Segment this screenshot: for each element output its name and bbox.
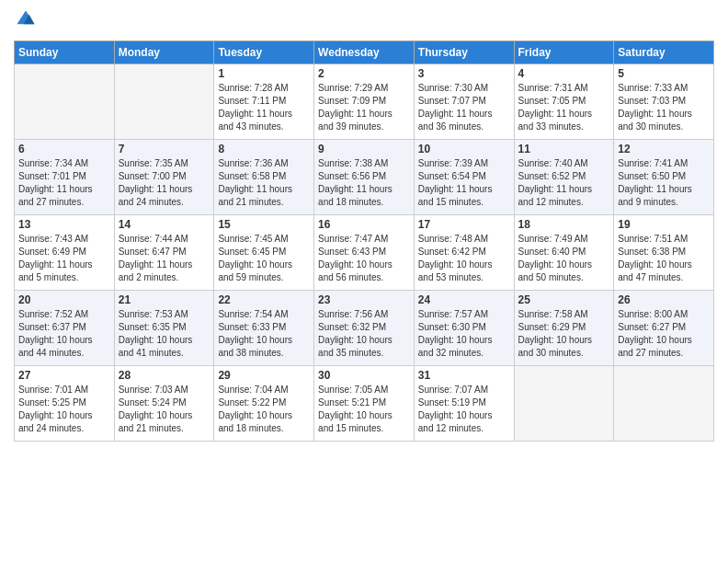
day-number: 11: [518, 143, 610, 155]
day-info: Sunrise: 7:38 AM Sunset: 6:56 PM Dayligh…: [318, 157, 410, 209]
day-number: 18: [518, 218, 610, 231]
day-number: 25: [518, 293, 610, 306]
calendar-cell: 20Sunrise: 7:52 AM Sunset: 6:37 PM Dayli…: [15, 291, 115, 366]
day-number: 1: [218, 67, 310, 80]
calendar-cell: 19Sunrise: 7:51 AM Sunset: 6:38 PM Dayli…: [614, 215, 714, 291]
calendar-cell: 16Sunrise: 7:47 AM Sunset: 6:43 PM Dayli…: [314, 215, 415, 291]
weekday-header-monday: Monday: [114, 41, 214, 64]
weekday-header-saturday: Saturday: [614, 41, 714, 64]
day-info: Sunrise: 7:43 AM Sunset: 6:49 PM Dayligh…: [18, 233, 110, 284]
day-number: 28: [119, 369, 210, 382]
calendar-cell: 9Sunrise: 7:38 AM Sunset: 6:56 PM Daylig…: [314, 140, 415, 215]
calendar-cell: 6Sunrise: 7:34 AM Sunset: 7:01 PM Daylig…: [15, 140, 115, 215]
calendar-cell: 28Sunrise: 7:03 AM Sunset: 5:24 PM Dayli…: [114, 366, 214, 442]
day-info: Sunrise: 7:57 AM Sunset: 6:30 PM Dayligh…: [418, 308, 510, 360]
day-info: Sunrise: 7:03 AM Sunset: 5:24 PM Dayligh…: [119, 384, 210, 435]
calendar-cell: [614, 366, 714, 442]
day-info: Sunrise: 7:45 AM Sunset: 6:45 PM Dayligh…: [218, 233, 310, 284]
day-number: 19: [618, 218, 710, 231]
day-number: 17: [418, 218, 510, 231]
calendar-cell: 26Sunrise: 8:00 AM Sunset: 6:27 PM Dayli…: [614, 291, 714, 366]
day-number: 5: [618, 67, 710, 80]
calendar-cell: 8Sunrise: 7:36 AM Sunset: 6:58 PM Daylig…: [214, 140, 314, 215]
calendar-cell: 2Sunrise: 7:29 AM Sunset: 7:09 PM Daylig…: [314, 64, 415, 140]
day-info: Sunrise: 8:00 AM Sunset: 6:27 PM Dayligh…: [618, 308, 710, 360]
day-number: 10: [418, 143, 510, 155]
day-info: Sunrise: 7:40 AM Sunset: 6:52 PM Dayligh…: [518, 157, 610, 209]
calendar-cell: 11Sunrise: 7:40 AM Sunset: 6:52 PM Dayli…: [514, 140, 614, 215]
header: [14, 9, 714, 33]
day-number: 15: [218, 218, 310, 231]
day-info: Sunrise: 7:56 AM Sunset: 6:32 PM Dayligh…: [318, 308, 410, 360]
day-info: Sunrise: 7:36 AM Sunset: 6:58 PM Dayligh…: [218, 157, 310, 209]
weekday-header-friday: Friday: [514, 41, 614, 64]
day-info: Sunrise: 7:54 AM Sunset: 6:33 PM Dayligh…: [218, 308, 310, 360]
day-number: 24: [418, 293, 510, 306]
weekday-header-wednesday: Wednesday: [314, 41, 415, 64]
calendar-cell: 15Sunrise: 7:45 AM Sunset: 6:45 PM Dayli…: [214, 215, 314, 291]
day-number: 2: [318, 67, 410, 80]
week-row-2: 6Sunrise: 7:34 AM Sunset: 7:01 PM Daylig…: [15, 140, 714, 215]
calendar-cell: [15, 64, 115, 140]
calendar-cell: 14Sunrise: 7:44 AM Sunset: 6:47 PM Dayli…: [114, 215, 214, 291]
calendar-cell: 12Sunrise: 7:41 AM Sunset: 6:50 PM Dayli…: [614, 140, 714, 215]
day-info: Sunrise: 7:53 AM Sunset: 6:35 PM Dayligh…: [119, 308, 210, 360]
day-info: Sunrise: 7:04 AM Sunset: 5:22 PM Dayligh…: [218, 384, 310, 435]
calendar-cell: 3Sunrise: 7:30 AM Sunset: 7:07 PM Daylig…: [414, 64, 514, 140]
day-info: Sunrise: 7:44 AM Sunset: 6:47 PM Dayligh…: [119, 233, 210, 284]
day-number: 23: [318, 293, 410, 306]
day-number: 20: [18, 293, 110, 306]
day-number: 12: [618, 143, 710, 155]
day-number: 22: [218, 293, 310, 306]
day-number: 7: [119, 143, 210, 155]
day-info: Sunrise: 7:31 AM Sunset: 7:05 PM Dayligh…: [518, 82, 610, 133]
calendar-cell: 17Sunrise: 7:48 AM Sunset: 6:42 PM Dayli…: [414, 215, 514, 291]
day-info: Sunrise: 7:07 AM Sunset: 5:19 PM Dayligh…: [418, 384, 510, 435]
calendar-cell: 21Sunrise: 7:53 AM Sunset: 6:35 PM Dayli…: [114, 291, 214, 366]
day-number: 4: [518, 67, 610, 80]
day-number: 29: [218, 369, 310, 382]
day-number: 6: [18, 143, 110, 155]
calendar-cell: 23Sunrise: 7:56 AM Sunset: 6:32 PM Dayli…: [314, 291, 415, 366]
calendar-cell: 25Sunrise: 7:58 AM Sunset: 6:29 PM Dayli…: [514, 291, 614, 366]
day-info: Sunrise: 7:30 AM Sunset: 7:07 PM Dayligh…: [418, 82, 510, 133]
weekday-header-thursday: Thursday: [414, 41, 514, 64]
day-info: Sunrise: 7:33 AM Sunset: 7:03 PM Dayligh…: [618, 82, 710, 133]
calendar-table: SundayMondayTuesdayWednesdayThursdayFrid…: [14, 40, 714, 442]
day-number: 27: [18, 369, 110, 382]
day-number: 26: [618, 293, 710, 306]
day-number: 9: [318, 143, 410, 155]
logo-icon: [16, 9, 36, 29]
day-info: Sunrise: 7:41 AM Sunset: 6:50 PM Dayligh…: [618, 157, 710, 209]
day-info: Sunrise: 7:51 AM Sunset: 6:38 PM Dayligh…: [618, 233, 710, 284]
calendar-cell: 31Sunrise: 7:07 AM Sunset: 5:19 PM Dayli…: [414, 366, 514, 442]
day-info: Sunrise: 7:34 AM Sunset: 7:01 PM Dayligh…: [18, 157, 110, 209]
calendar-cell: [114, 64, 214, 140]
day-info: Sunrise: 7:58 AM Sunset: 6:29 PM Dayligh…: [518, 308, 610, 360]
calendar-cell: 27Sunrise: 7:01 AM Sunset: 5:25 PM Dayli…: [15, 366, 115, 442]
calendar-cell: 13Sunrise: 7:43 AM Sunset: 6:49 PM Dayli…: [15, 215, 115, 291]
day-info: Sunrise: 7:29 AM Sunset: 7:09 PM Dayligh…: [318, 82, 410, 133]
calendar-cell: 10Sunrise: 7:39 AM Sunset: 6:54 PM Dayli…: [414, 140, 514, 215]
day-info: Sunrise: 7:05 AM Sunset: 5:21 PM Dayligh…: [318, 384, 410, 435]
day-number: 16: [318, 218, 410, 231]
calendar-cell: [514, 366, 614, 442]
calendar-cell: 1Sunrise: 7:28 AM Sunset: 7:11 PM Daylig…: [214, 64, 314, 140]
day-number: 31: [418, 369, 510, 382]
week-row-1: 1Sunrise: 7:28 AM Sunset: 7:11 PM Daylig…: [15, 64, 714, 140]
weekday-header-tuesday: Tuesday: [214, 41, 314, 64]
day-number: 14: [119, 218, 210, 231]
week-row-4: 20Sunrise: 7:52 AM Sunset: 6:37 PM Dayli…: [15, 291, 714, 366]
week-row-3: 13Sunrise: 7:43 AM Sunset: 6:49 PM Dayli…: [15, 215, 714, 291]
calendar-cell: 30Sunrise: 7:05 AM Sunset: 5:21 PM Dayli…: [314, 366, 415, 442]
day-info: Sunrise: 7:47 AM Sunset: 6:43 PM Dayligh…: [318, 233, 410, 284]
day-info: Sunrise: 7:52 AM Sunset: 6:37 PM Dayligh…: [18, 308, 110, 360]
calendar-cell: 22Sunrise: 7:54 AM Sunset: 6:33 PM Dayli…: [214, 291, 314, 366]
day-number: 8: [218, 143, 310, 155]
day-info: Sunrise: 7:39 AM Sunset: 6:54 PM Dayligh…: [418, 157, 510, 209]
weekday-header-row: SundayMondayTuesdayWednesdayThursdayFrid…: [15, 41, 714, 64]
day-info: Sunrise: 7:49 AM Sunset: 6:40 PM Dayligh…: [518, 233, 610, 284]
day-info: Sunrise: 7:01 AM Sunset: 5:25 PM Dayligh…: [18, 384, 110, 435]
weekday-header-sunday: Sunday: [15, 41, 115, 64]
page: SundayMondayTuesdayWednesdayThursdayFrid…: [0, 0, 728, 563]
